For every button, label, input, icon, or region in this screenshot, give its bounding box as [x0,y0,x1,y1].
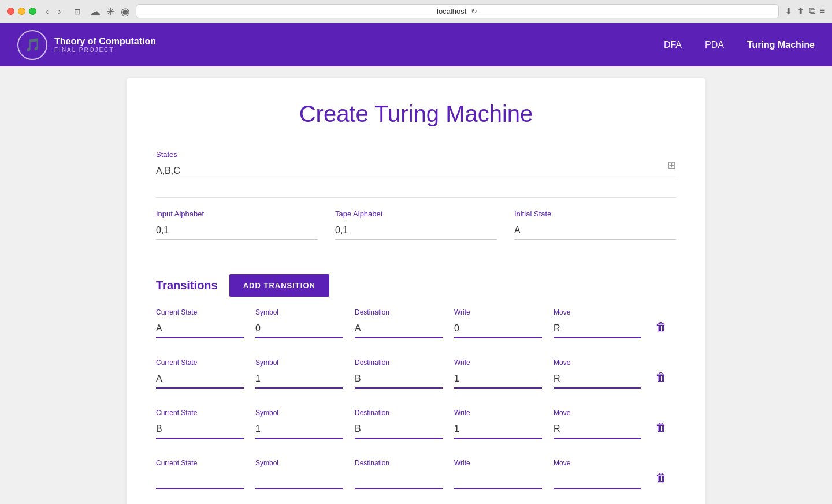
transition-current_state-label: Current State [156,409,244,417]
transition-destination-label: Destination [355,359,443,367]
transition-move-input[interactable] [554,320,641,338]
transition-move-label: Move [554,459,641,467]
transition-symbol-field: Symbol [255,308,343,338]
transition-destination-label: Destination [355,308,443,316]
reload-icon[interactable]: ↻ [471,7,477,16]
delete-transition-button[interactable]: 🗑 [653,318,676,338]
window-toggle-button[interactable]: ⊡ [70,6,84,17]
transition-destination-input[interactable] [355,370,443,389]
nav-pda[interactable]: PDA [705,40,724,50]
transition-move-input[interactable] [554,370,641,389]
transition-write-label: Write [454,359,542,367]
back-button[interactable]: ‹ [42,5,52,18]
forward-button[interactable]: › [54,5,64,18]
transition-current_state-input[interactable] [156,420,244,439]
transition-destination-input[interactable] [355,420,443,439]
transitions-label: Transitions [156,279,218,292]
maximize-button[interactable] [29,8,36,15]
transition-move-field: Move [554,459,641,489]
input-alphabet-section: Input Alphabet [156,210,318,240]
transition-move-field: Move [554,359,641,389]
transition-move-input[interactable] [554,471,641,489]
states-icon: ⊞ [667,159,676,171]
states-label: States [156,150,676,159]
transition-current_state-label: Current State [156,359,244,367]
transition-current_state-label: Current State [156,308,244,316]
transition-symbol-input[interactable] [255,370,343,389]
delete-icon[interactable]: 🗑 [653,318,669,336]
transition-move-field: Move [554,308,641,338]
delete-transition-button[interactable]: 🗑 [653,368,676,389]
transition-write-field: Write [454,359,542,389]
transition-write-input[interactable] [454,420,542,439]
tape-alphabet-input[interactable] [335,222,497,240]
transition-symbol-input[interactable] [255,320,343,338]
transition-current_state-label: Current State [156,459,244,467]
table-row: Current StateSymbolDestinationWriteMove🗑 [156,409,676,445]
states-section: States ⊞ [156,150,676,180]
close-button[interactable] [7,8,14,15]
table-row: Current StateSymbolDestinationWriteMove🗑 [156,359,676,394]
transition-write-input[interactable] [454,370,542,389]
traffic-lights [7,8,36,15]
transition-destination-input[interactable] [355,471,443,489]
transition-destination-label: Destination [355,459,443,467]
url-text: localhost [437,7,466,16]
nav-buttons: ‹ › [42,5,65,18]
transition-destination-field: Destination [355,409,443,439]
transition-current_state-input[interactable] [156,320,244,338]
transition-move-input[interactable] [554,420,641,439]
initial-state-label: Initial State [514,210,676,218]
delete-icon[interactable]: 🗑 [653,419,669,436]
transition-symbol-input[interactable] [255,471,343,489]
transition-write-input[interactable] [454,471,542,489]
transition-write-field: Write [454,409,542,439]
table-row: Current StateSymbolDestinationWriteMove🗑 [156,459,676,495]
address-bar[interactable]: localhost ↻ [136,4,779,18]
main-content: Create Turing Machine States ⊞ Input Alp… [0,66,832,504]
delete-icon[interactable]: 🗑 [653,368,669,386]
transition-destination-input[interactable] [355,320,443,338]
more-icon[interactable]: ≡ [820,6,825,17]
tape-alphabet-label: Tape Alphabet [335,210,497,218]
table-row: Current StateSymbolDestinationWriteMove🗑 [156,308,676,344]
logo-area: 🎵 Theory of Computation FINAL PROJECT [17,30,156,60]
logo-subtitle: FINAL PROJECT [54,47,156,53]
share-icon[interactable]: ⬆ [797,6,804,17]
transition-destination-label: Destination [355,409,443,417]
transitions-header: Transitions ADD TRANSITION [156,274,676,297]
transition-move-label: Move [554,409,641,417]
transition-write-input[interactable] [454,320,542,338]
nav-dfa[interactable]: DFA [664,40,682,50]
tape-alphabet-section: Tape Alphabet [335,210,497,240]
browser-chrome: ‹ › ⊡ ☁ ✳ ◉ localhost ↻ ⬇ ⬆ ⧉ ≡ [0,0,832,23]
initial-state-section: Initial State [514,210,676,240]
nav-links: DFA PDA Turing Machine [664,40,815,50]
transition-current_state-input[interactable] [156,370,244,389]
logo-text: Theory of Computation FINAL PROJECT [54,36,156,53]
alphabet-row: Input Alphabet Tape Alphabet Initial Sta… [156,210,676,257]
transition-symbol-input[interactable] [255,420,343,439]
transition-write-label: Write [454,459,542,467]
initial-state-input[interactable] [514,222,676,240]
transition-move-label: Move [554,308,641,316]
states-input[interactable] [156,162,676,180]
transition-symbol-label: Symbol [255,459,343,467]
transition-destination-field: Destination [355,459,443,489]
input-alphabet-input[interactable] [156,222,318,240]
delete-icon[interactable]: 🗑 [653,469,669,487]
transition-destination-field: Destination [355,308,443,338]
download-icon: ☁ [90,5,101,18]
download-icon-right[interactable]: ⬇ [785,6,792,17]
transition-write-label: Write [454,409,542,417]
minimize-button[interactable] [18,8,25,15]
add-transition-button[interactable]: ADD TRANSITION [229,274,329,297]
tabs-icon[interactable]: ⧉ [809,6,815,17]
navbar: 🎵 Theory of Computation FINAL PROJECT DF… [0,23,832,66]
transition-write-label: Write [454,308,542,316]
delete-transition-button[interactable]: 🗑 [653,469,676,489]
transition-symbol-label: Symbol [255,409,343,417]
nav-turing-machine[interactable]: Turing Machine [747,40,815,50]
transition-current_state-input[interactable] [156,471,244,489]
delete-transition-button[interactable]: 🗑 [653,419,676,439]
